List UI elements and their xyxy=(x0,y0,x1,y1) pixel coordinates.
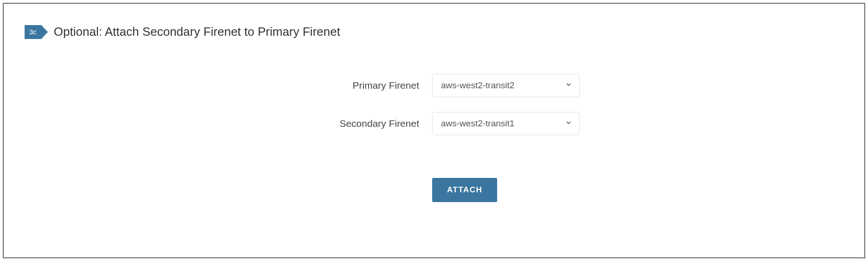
button-row: ATTACH xyxy=(432,178,497,202)
primary-firenet-value: aws-west2-transit2 xyxy=(441,80,514,91)
primary-firenet-row: Primary Firenet aws-west2-transit2 xyxy=(271,74,580,97)
secondary-firenet-select[interactable]: aws-west2-transit1 xyxy=(432,112,580,135)
primary-firenet-label: Primary Firenet xyxy=(271,80,419,91)
primary-firenet-select[interactable]: aws-west2-transit2 xyxy=(432,74,580,97)
section-header: 3c Optional: Attach Secondary Firenet to… xyxy=(25,25,843,39)
secondary-firenet-label: Secondary Firenet xyxy=(271,118,419,129)
step-badge: 3c xyxy=(25,25,41,39)
secondary-firenet-value: aws-west2-transit1 xyxy=(441,118,514,129)
form-panel: 3c Optional: Attach Secondary Firenet to… xyxy=(3,3,865,258)
secondary-firenet-row: Secondary Firenet aws-west2-transit1 xyxy=(271,112,580,135)
secondary-firenet-select-wrap: aws-west2-transit1 xyxy=(432,112,580,135)
primary-firenet-select-wrap: aws-west2-transit2 xyxy=(432,74,580,97)
section-title: Optional: Attach Secondary Firenet to Pr… xyxy=(54,25,340,39)
form-area: Primary Firenet aws-west2-transit2 Secon… xyxy=(271,74,843,202)
attach-button[interactable]: ATTACH xyxy=(432,178,497,202)
step-number: 3c xyxy=(29,28,37,36)
